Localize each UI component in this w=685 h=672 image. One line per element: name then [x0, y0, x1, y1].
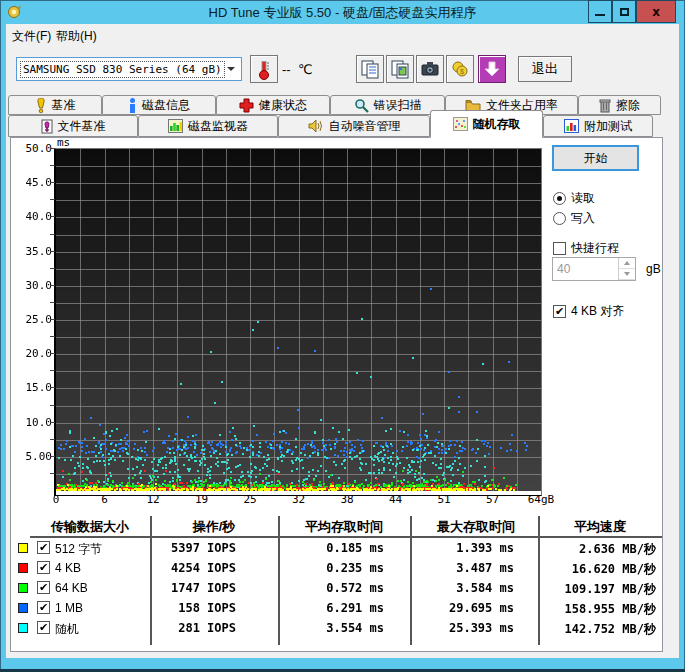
tab-random-access[interactable]: 随机存取	[430, 110, 543, 138]
tab-health[interactable]: 健康状态	[216, 95, 330, 115]
tab-disk-info[interactable]: 磁盘信息	[102, 95, 216, 115]
tab-label: 随机存取	[473, 116, 521, 133]
scatter-canvas	[56, 149, 541, 491]
copy-image-button[interactable]	[386, 55, 414, 83]
y-axis-tick-label: 30.0	[20, 279, 52, 292]
series-label: 1 MB	[55, 601, 83, 615]
tab-error-scan[interactable]: 错误扫描	[330, 95, 445, 115]
tab-label: 附加测试	[584, 118, 632, 135]
legend-swatch	[18, 583, 28, 593]
cell-ops: 281 IOPS	[150, 621, 236, 635]
stepper-down-button[interactable]	[619, 269, 635, 280]
read-radio-label: 读取	[571, 190, 595, 207]
short-stroke-checkbox[interactable]: 快捷行程	[553, 240, 619, 257]
stepper-up-button[interactable]	[619, 258, 635, 269]
update-button[interactable]	[478, 55, 506, 83]
y-axis-tick	[50, 473, 55, 474]
short-stroke-unit: gB	[646, 262, 661, 276]
y-axis-tick	[50, 165, 55, 166]
y-axis-tick-label: 35.0	[20, 245, 52, 258]
short-stroke-size-input[interactable]	[553, 258, 617, 280]
y-axis-tick	[50, 319, 55, 320]
cell-max-access: 3.487 ms	[410, 561, 514, 575]
tab-disk-monitor[interactable]: 磁盘监视器	[138, 115, 278, 137]
app-window: HD Tune 专业版 5.50 - 硬盘/固态硬盘实用程序 x 文件(F) 帮…	[0, 0, 685, 672]
chevron-up-icon	[624, 258, 630, 265]
cell-ops: 158 IOPS	[150, 601, 236, 615]
cell-ops: 1747 IOPS	[150, 581, 236, 595]
cell-avg-speed: 142.752 MB/秒	[538, 621, 656, 638]
x-axis-tick-label: 32	[277, 493, 321, 506]
legend-swatch	[18, 603, 28, 613]
y-axis-tick	[50, 285, 55, 286]
tab-file-benchmark[interactable]: 文件基准	[8, 115, 138, 137]
x-axis-tick-label: 57	[471, 493, 515, 506]
align-4kb-label: 4 KB 对齐	[571, 303, 624, 320]
cell-avg-speed: 158.955 MB/秒	[538, 601, 656, 618]
menu-file[interactable]: 文件(F)	[12, 28, 51, 45]
tab-label: 擦除	[616, 97, 640, 114]
series-checkbox[interactable]: ✔	[37, 581, 50, 594]
table-header-3: 最大存取时间	[410, 518, 542, 536]
copy-text-icon	[360, 59, 380, 79]
y-axis-tick	[50, 234, 55, 235]
purchase-button[interactable]: $	[446, 55, 474, 83]
tab-label: 磁盘监视器	[188, 118, 248, 135]
separator	[548, 291, 658, 292]
tab-label: 文件基准	[58, 118, 106, 135]
y-axis-tick	[50, 405, 55, 406]
separator	[548, 183, 658, 184]
aam-icon	[308, 119, 324, 133]
chevron-down-icon	[624, 272, 630, 279]
y-axis-tick-label: 15.0	[20, 381, 52, 394]
y-axis-tick	[50, 370, 55, 371]
table-header-4: 平均速度	[538, 518, 662, 536]
series-checkbox[interactable]: ✔	[37, 621, 50, 634]
y-axis-tick	[50, 199, 55, 200]
y-axis-tick	[50, 439, 55, 440]
align-4kb-checkbox[interactable]: ✔ 4 KB 对齐	[553, 303, 624, 320]
copy-text-button[interactable]	[356, 55, 384, 83]
series-checkbox[interactable]: ✔	[37, 601, 50, 614]
write-radio[interactable]: 写入	[553, 210, 595, 227]
minimize-button[interactable]	[588, 0, 612, 23]
close-button[interactable]: x	[636, 0, 676, 23]
download-arrow-icon	[484, 61, 500, 77]
separator	[548, 233, 658, 234]
tab-benchmark[interactable]: 基准	[8, 95, 102, 115]
y-axis-tick-label: 40.0	[20, 210, 52, 223]
write-radio-label: 写入	[571, 210, 595, 227]
exit-button[interactable]: 退出	[518, 56, 572, 82]
tab-erase[interactable]: 擦除	[578, 95, 661, 115]
table-header-underline	[30, 536, 662, 538]
start-button[interactable]: 开始	[552, 145, 639, 171]
y-axis-tick-label: 5.00	[20, 450, 52, 463]
random-access-icon	[453, 117, 468, 131]
y-axis-tick	[50, 148, 55, 149]
y-axis-tick-label: 50.0	[20, 142, 52, 155]
y-axis-tick	[50, 336, 55, 337]
cell-max-access: 25.393 ms	[410, 621, 514, 635]
health-icon	[239, 98, 254, 113]
file-benchmark-icon	[41, 119, 53, 134]
read-radio[interactable]: 读取	[553, 190, 595, 207]
menu-help[interactable]: 帮助(H)	[56, 28, 97, 45]
tab-label: 健康状态	[259, 97, 307, 114]
series-checkbox[interactable]: ✔	[37, 561, 50, 574]
drive-selector[interactable]: SAMSUNG SSD 830 Series (64 gB)	[16, 57, 242, 81]
series-checkbox[interactable]: ✔	[37, 541, 50, 554]
tab-extra-tests[interactable]: 附加测试	[543, 115, 653, 137]
maximize-button[interactable]	[612, 0, 636, 23]
short-stroke-label: 快捷行程	[571, 240, 619, 257]
y-axis-tick	[50, 387, 55, 388]
chevron-down-icon	[227, 67, 235, 75]
legend-swatch	[18, 623, 28, 633]
short-stroke-size-stepper[interactable]	[552, 257, 636, 281]
legend-swatch	[18, 543, 28, 553]
tab-aam[interactable]: 自动噪音管理	[278, 115, 430, 137]
x-axis-tick-label: 44	[374, 493, 418, 506]
screenshot-button[interactable]	[416, 55, 444, 83]
menu-bar: 文件(F) 帮助(H)	[6, 24, 679, 46]
temperature-button[interactable]	[250, 55, 278, 83]
tab-label: 磁盘信息	[142, 97, 190, 114]
